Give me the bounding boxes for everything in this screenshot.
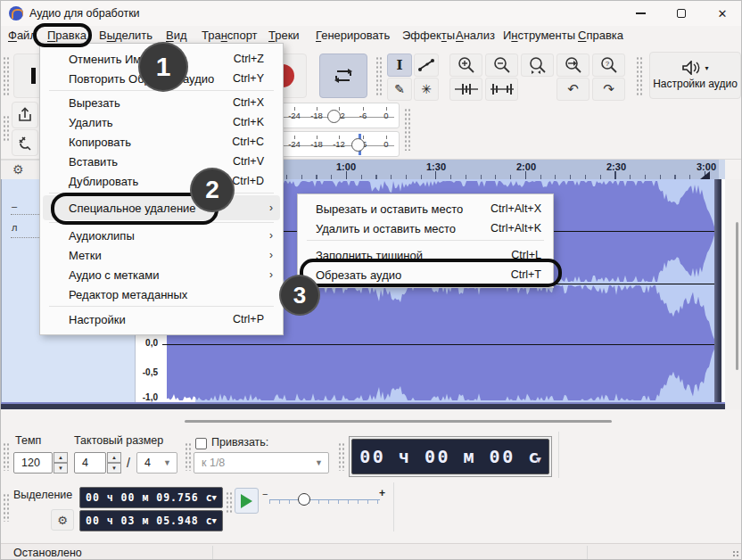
menu-select[interactable]: Выделить [99, 29, 153, 42]
timesig-lower-select[interactable]: 4▼ [136, 452, 177, 474]
zoom-toggle-icon: ? [600, 56, 618, 74]
audio-position-display[interactable]: 00 ч 00 м 00 с ▼ [349, 436, 552, 477]
gear-icon: ⚙ [57, 514, 68, 527]
speaker-icon [681, 61, 701, 75]
horizontal-scrollbar[interactable] [185, 420, 612, 423]
selection-end-field[interactable]: 00 ч 03 м 05.948 с▼ [79, 510, 223, 531]
step1-highlight-outline [33, 23, 92, 47]
green-play-icon [241, 494, 252, 508]
play-at-speed-button[interactable] [235, 488, 259, 514]
zoom-selection-button[interactable] [521, 54, 554, 77]
zoom-out-button[interactable] [485, 54, 518, 77]
submenu-item-delete-leave-gap[interactable]: Удалить и оставить местоCtrl+Alt+K [301, 218, 550, 238]
vertical-scrollbar[interactable] [736, 222, 738, 370]
menu-view[interactable]: Вид [166, 29, 187, 42]
menu-analyze[interactable]: Анализ [456, 29, 495, 42]
menu-item-copy[interactable]: КопироватьCtrl+C [43, 132, 280, 152]
window-resize-grip[interactable] [732, 550, 740, 558]
share-toolbar-grip[interactable] [3, 115, 9, 142]
menu-item-preferences[interactable]: НастройкиCtrl+P [43, 309, 280, 329]
share-upload-icon [17, 107, 33, 123]
window-title: Аудио для обработки [29, 7, 140, 20]
menu-tracks[interactable]: Треки [268, 29, 300, 42]
recording-volume-thumb[interactable] [327, 110, 341, 123]
up-arrow-icon: ▲ [54, 452, 68, 463]
snap-select[interactable]: к 1/8▼ [194, 452, 329, 474]
recording-volume-slider[interactable]: -30 -24 -18 -12 -6 0 [265, 103, 400, 128]
caret-down-icon[interactable]: ▼ [212, 516, 218, 525]
menu-item-cut[interactable]: ВырезатьCtrl+X [43, 93, 280, 112]
time-toolbar-grip[interactable] [3, 442, 9, 471]
snap-checkbox[interactable] [195, 438, 207, 449]
loop-button[interactable] [319, 54, 367, 98]
transport-toolbar-grip[interactable] [3, 56, 9, 95]
menu-item-metadata-editor[interactable]: Редактор метаданных [43, 284, 280, 304]
tempo-stepper[interactable]: ▲▼ [54, 452, 68, 474]
selection-toolbar-grip[interactable] [3, 493, 9, 522]
channel2-zero-line [162, 344, 721, 345]
submenu-arrow-icon: › [269, 202, 273, 214]
selection-tool-button[interactable]: I [387, 54, 412, 77]
minimize-button[interactable] [620, 1, 661, 26]
speed-plus-label: + [379, 487, 385, 499]
timeline-options-gear-icon[interactable]: ⚙ [12, 162, 24, 177]
speed-slider-thumb[interactable] [298, 493, 310, 506]
undo-button[interactable]: ↶ [556, 78, 589, 101]
play-speed-grip[interactable] [226, 491, 232, 515]
timesig-upper-input[interactable]: 4 [74, 452, 106, 474]
menu-effects[interactable]: Эффекты [402, 29, 455, 42]
redo-button[interactable]: ↷ [592, 78, 625, 101]
timesig-slash: / [127, 456, 130, 470]
position-toolbar-grip[interactable] [338, 442, 344, 471]
selection-label: Выделение [13, 489, 72, 501]
menu-item-audio-clips[interactable]: Аудиоклипы› [43, 226, 280, 245]
selection-options-button[interactable]: ⚙ [51, 509, 74, 531]
time-signature-label: Тактовый размер [74, 434, 163, 447]
share-audio-button[interactable] [12, 102, 38, 128]
audio-setup-grip[interactable] [636, 56, 642, 95]
pan-slider-scale[interactable] [11, 235, 41, 238]
audio-settings-button[interactable]: ▾ Настройки аудио [649, 52, 741, 99]
caret-down-icon: ▾ [705, 64, 708, 72]
tools-toolbar-grip[interactable] [375, 56, 382, 95]
menu-help[interactable]: Справка [578, 29, 623, 42]
envelope-tool-button[interactable] [414, 54, 439, 77]
plugins-button[interactable] [12, 129, 38, 156]
silence-audio-selection-button[interactable] [485, 78, 518, 101]
menu-item-delete[interactable]: УдалитьCtrl+K [43, 112, 280, 132]
draw-tool-button[interactable]: ✎ [387, 78, 412, 101]
zoom-toggle-button[interactable]: ? [592, 54, 625, 77]
gain-slider-scale[interactable] [11, 211, 41, 215]
menu-item-labeled-audio[interactable]: Аудио с метками› [43, 265, 280, 284]
project-end-marker[interactable] [700, 171, 710, 179]
zoom-fit-icon [564, 56, 583, 74]
playback-volume-thumb[interactable] [351, 138, 365, 152]
menu-generate[interactable]: Генерировать [316, 29, 390, 42]
caret-down-icon[interactable]: ▼ [212, 493, 218, 502]
caret-down-icon[interactable]: ▼ [534, 455, 543, 465]
zoom-fit-project-button[interactable] [556, 54, 589, 77]
audio-settings-label: Настройки аудио [653, 78, 738, 90]
menu-item-labels[interactable]: Метки› [43, 245, 280, 265]
maximize-button[interactable] [661, 1, 702, 26]
menu-tools[interactable]: Инструменты [503, 29, 575, 42]
clip-right-edge[interactable] [714, 179, 721, 402]
playback-volume-slider[interactable]: -30 -24 -18 -12 -6 0 [265, 131, 400, 157]
selection-start-field[interactable]: 00 ч 00 м 09.756 с▼ [79, 487, 223, 508]
playback-speed-slider[interactable]: − + [262, 487, 387, 514]
timesig-stepper[interactable]: ▲▼ [107, 452, 121, 474]
slider-ticks [269, 500, 380, 504]
pan-slider-label: л [12, 222, 17, 233]
chevron-down-icon: ▼ [315, 458, 323, 467]
meter-toolbar-grip[interactable] [404, 108, 410, 151]
menu-transport[interactable]: Транспорт [202, 29, 258, 42]
snap-toolbar-grip[interactable] [185, 442, 191, 471]
menu-item-duplicate[interactable]: ДублироватьCtrl+D [43, 171, 280, 191]
menu-item-paste[interactable]: ВставитьCtrl+V [43, 152, 280, 171]
trim-audio-outside-selection-button[interactable] [449, 78, 482, 101]
multi-tool-button[interactable]: ✳ [414, 78, 439, 101]
submenu-item-cut-leave-gap[interactable]: Вырезать и оставить местоCtrl+Alt+X [301, 199, 550, 218]
tempo-input[interactable]: 120 [13, 452, 53, 474]
zoom-in-button[interactable] [449, 54, 482, 77]
close-button[interactable]: ✕ [702, 1, 742, 26]
